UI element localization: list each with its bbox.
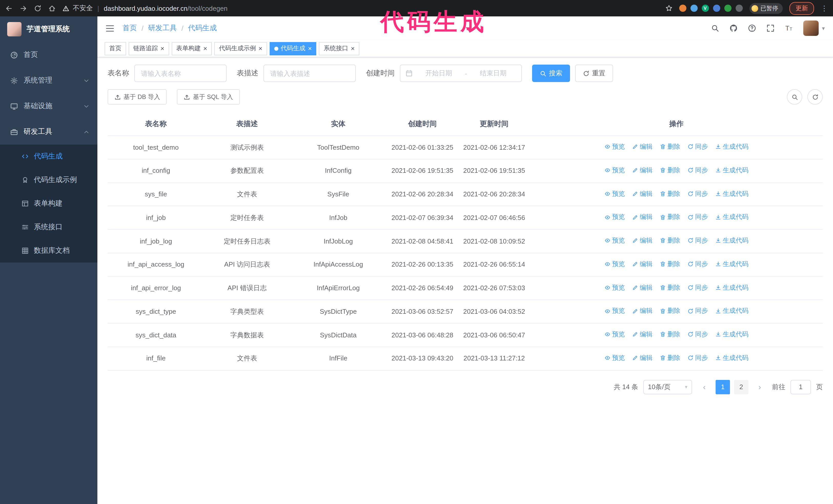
close-tab-icon[interactable]: × (203, 45, 207, 52)
action-edit-link[interactable]: 编辑 (632, 142, 652, 152)
github-icon[interactable] (730, 24, 738, 32)
action-sync-link[interactable]: 同步 (687, 306, 708, 316)
refresh-table-button[interactable] (807, 89, 823, 104)
action-delete-link[interactable]: 删除 (660, 306, 680, 316)
import-sql-button[interactable]: 基于 SQL 导入 (177, 89, 240, 104)
action-sync-link[interactable]: 同步 (687, 259, 708, 269)
sidebar-item-devtools[interactable]: 研发工具 (0, 119, 97, 145)
action-preview-link[interactable]: 预览 (604, 306, 625, 316)
action-generate-link[interactable]: 生成代码 (715, 329, 748, 340)
action-edit-link[interactable]: 编辑 (632, 235, 652, 246)
action-preview-link[interactable]: 预览 (604, 353, 625, 363)
sidebar-subitem-db-doc[interactable]: 数据库文档 (0, 239, 97, 263)
extension-icon-indigo[interactable] (713, 5, 720, 12)
action-generate-link[interactable]: 生成代码 (715, 142, 748, 152)
action-edit-link[interactable]: 编辑 (632, 282, 652, 293)
breadcrumb-item[interactable]: 代码生成 (188, 24, 217, 33)
action-delete-link[interactable]: 删除 (660, 212, 680, 222)
action-preview-link[interactable]: 预览 (604, 165, 625, 175)
tab-表单构建[interactable]: 表单构建× (171, 42, 212, 55)
action-delete-link[interactable]: 删除 (660, 282, 680, 293)
page-size-select[interactable]: 10条/页 ▾ (643, 380, 692, 394)
action-edit-link[interactable]: 编辑 (632, 306, 652, 316)
action-delete-link[interactable]: 删除 (660, 142, 680, 152)
sidebar-item-system[interactable]: 系统管理 (0, 68, 97, 93)
action-generate-link[interactable]: 生成代码 (715, 165, 748, 175)
action-sync-link[interactable]: 同步 (687, 212, 708, 222)
browser-forward-icon[interactable] (20, 4, 27, 12)
close-tab-icon[interactable]: × (258, 45, 262, 52)
browser-menu-icon[interactable]: ⋮ (821, 4, 828, 12)
action-edit-link[interactable]: 编辑 (632, 188, 652, 199)
page-button-2[interactable]: 2 (734, 380, 748, 394)
paused-badge[interactable]: 已暂停 (749, 3, 783, 14)
sidebar-item-infra[interactable]: 基础设施 (0, 93, 97, 119)
user-avatar[interactable] (804, 21, 819, 36)
action-delete-link[interactable]: 删除 (660, 165, 680, 175)
toggle-search-button[interactable] (787, 89, 802, 104)
address-bar[interactable]: 不安全 | dashboard.yudao.iocoder.cn/tool/co… (63, 4, 672, 13)
tab-代码生成[interactable]: 代码生成× (270, 42, 316, 55)
sidebar-subitem-codegen[interactable]: 代码生成 (0, 145, 97, 168)
browser-back-icon[interactable] (5, 4, 13, 12)
extension-icon-blue[interactable] (690, 5, 697, 12)
action-sync-link[interactable]: 同步 (687, 165, 708, 175)
action-preview-link[interactable]: 预览 (604, 188, 625, 199)
close-tab-icon[interactable]: × (161, 45, 164, 52)
browser-reload-icon[interactable] (34, 4, 42, 12)
date-range-picker[interactable]: 开始日期 - 结束日期 (400, 65, 522, 82)
action-edit-link[interactable]: 编辑 (632, 353, 652, 363)
action-delete-link[interactable]: 删除 (660, 329, 680, 340)
close-tab-icon[interactable]: × (308, 45, 312, 52)
tab-系统接口[interactable]: 系统接口× (319, 42, 359, 55)
extension-icon-green-v[interactable]: V (701, 5, 709, 12)
action-generate-link[interactable]: 生成代码 (715, 306, 748, 316)
extension-icon-puzzle[interactable] (735, 5, 742, 12)
action-delete-link[interactable]: 删除 (660, 353, 680, 363)
action-generate-link[interactable]: 生成代码 (715, 212, 748, 222)
action-preview-link[interactable]: 预览 (604, 329, 625, 340)
fullscreen-icon[interactable] (767, 24, 775, 32)
extension-icon-leaf[interactable] (724, 5, 731, 12)
page-button-1[interactable]: 1 (716, 380, 730, 394)
action-preview-link[interactable]: 预览 (604, 282, 625, 293)
action-sync-link[interactable]: 同步 (687, 188, 708, 199)
font-size-icon[interactable]: TT (785, 24, 793, 32)
prev-page-button[interactable]: ‹ (697, 380, 712, 394)
action-delete-link[interactable]: 删除 (660, 259, 680, 269)
sidebar-subitem-codegen-example[interactable]: 代码生成示例 (0, 168, 97, 192)
import-db-button[interactable]: 基于 DB 导入 (108, 89, 167, 104)
goto-page-input[interactable] (790, 380, 811, 394)
table-desc-input[interactable] (263, 65, 356, 82)
action-edit-link[interactable]: 编辑 (632, 165, 652, 175)
next-page-button[interactable]: › (753, 380, 767, 394)
action-sync-link[interactable]: 同步 (687, 142, 708, 152)
action-sync-link[interactable]: 同步 (687, 353, 708, 363)
action-edit-link[interactable]: 编辑 (632, 212, 652, 222)
action-preview-link[interactable]: 预览 (604, 142, 625, 152)
action-generate-link[interactable]: 生成代码 (715, 353, 748, 363)
table-name-input[interactable] (134, 65, 227, 82)
action-generate-link[interactable]: 生成代码 (715, 235, 748, 246)
sidebar-item-home[interactable]: 首页 (0, 42, 97, 68)
close-tab-icon[interactable]: × (351, 45, 355, 52)
app-logo[interactable]: 芋道管理系统 (0, 17, 97, 42)
search-button[interactable]: 搜索 (532, 65, 570, 82)
action-sync-link[interactable]: 同步 (687, 282, 708, 293)
action-preview-link[interactable]: 预览 (604, 212, 625, 222)
collapse-sidebar-icon[interactable] (105, 24, 114, 32)
help-icon[interactable] (748, 24, 756, 32)
breadcrumb-item[interactable]: 首页 (122, 24, 137, 33)
action-generate-link[interactable]: 生成代码 (715, 188, 748, 199)
sidebar-subitem-form-builder[interactable]: 表单构建 (0, 192, 97, 215)
action-delete-link[interactable]: 删除 (660, 188, 680, 199)
action-generate-link[interactable]: 生成代码 (715, 282, 748, 293)
action-generate-link[interactable]: 生成代码 (715, 259, 748, 269)
action-edit-link[interactable]: 编辑 (632, 259, 652, 269)
sidebar-subitem-system-api[interactable]: 系统接口 (0, 215, 97, 239)
extension-icon-orange[interactable] (679, 5, 686, 12)
action-preview-link[interactable]: 预览 (604, 259, 625, 269)
tab-首页[interactable]: 首页 (104, 42, 126, 55)
action-sync-link[interactable]: 同步 (687, 329, 708, 340)
tab-链路追踪[interactable]: 链路追踪× (129, 42, 169, 55)
